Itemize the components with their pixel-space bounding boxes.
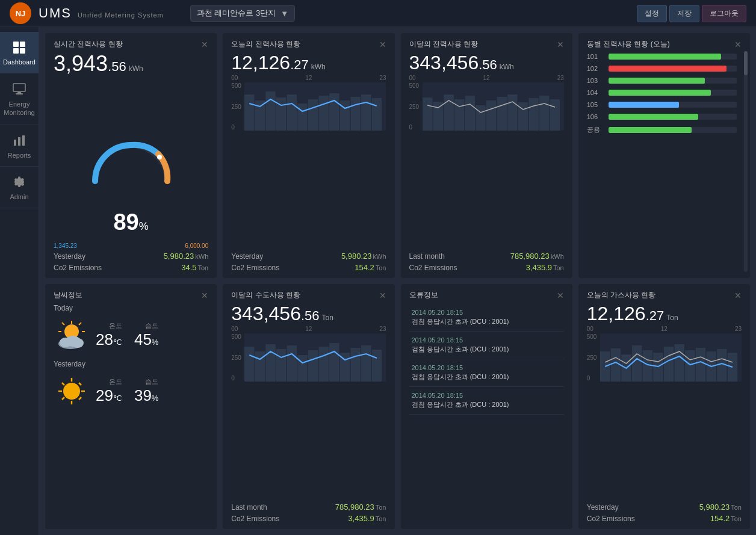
svg-rect-34	[507, 94, 517, 131]
gas-yesterday-row: Yesterday 5,980.23Ton	[587, 503, 742, 512]
card-building-title: 동별 전력사용 현황 (오늘)	[587, 39, 670, 49]
building-row-105: 105	[587, 101, 737, 108]
card-today-close[interactable]: ✕	[379, 40, 386, 49]
svg-rect-27	[433, 102, 442, 131]
building-row-106: 106	[587, 113, 737, 120]
building-bar-fill-103	[609, 78, 705, 84]
today-yesterday-unit: kWh	[373, 253, 386, 260]
app-layout: Dashboard EnergyMonitoring Reports	[0, 27, 756, 535]
weather-yesterday-hum-label: 습도	[145, 377, 158, 386]
gauge-value-display: 89%	[113, 209, 148, 235]
card-gas-close[interactable]: ✕	[734, 291, 742, 300]
svg-rect-81	[674, 344, 684, 382]
realtime-yesterday-row: Yesterday 5,980.23kWh	[54, 252, 208, 261]
svg-rect-29	[454, 99, 463, 131]
sidebar-item-energy[interactable]: EnergyMonitoring	[0, 73, 39, 125]
gauge-pct-value: 89	[113, 209, 138, 235]
ums-subtitle: Unified Metering System	[78, 11, 164, 19]
realtime-co2-label: Co2 Emissions	[54, 264, 102, 272]
sidebar-item-admin[interactable]: Admin	[0, 167, 39, 208]
card-building-close[interactable]: ✕	[734, 40, 742, 49]
building-bar-list: 101 102 103	[587, 53, 742, 272]
card-weather-close[interactable]: ✕	[201, 291, 208, 300]
monthly-co2-label: Co2 Emissions	[409, 264, 457, 272]
monthly-chart: 001223 500 250 0	[409, 75, 564, 249]
card-water-title: 이달의 수도사용 현황	[231, 290, 300, 300]
card-realtime-close[interactable]: ✕	[201, 40, 208, 49]
card-errors-header: 오류정보 ✕	[409, 290, 564, 300]
card-water-close[interactable]: ✕	[379, 291, 386, 300]
svg-rect-64	[287, 345, 297, 382]
sidebar-item-dashboard[interactable]: Dashboard	[0, 32, 39, 73]
gas-co2-value: 154.2	[710, 514, 730, 523]
sidebar-label-reports: Reports	[8, 152, 31, 159]
realtime-unit: kWh	[129, 64, 143, 73]
card-errors-close[interactable]: ✕	[557, 291, 564, 300]
card-today-title: 오늘의 전력사용 현황	[231, 39, 300, 49]
svg-rect-37	[539, 96, 549, 131]
error-item-1: 2014.05.20 18:15 검침 응답시간 초과 (DCU : 2001)	[409, 304, 564, 332]
settings-button[interactable]: 설정	[637, 5, 667, 22]
svg-rect-68	[329, 343, 339, 382]
realtime-yesterday-label: Yesterday	[54, 252, 85, 261]
realtime-value: 3,943.56	[54, 53, 126, 75]
gas-co2-row: Co2 Emissions 154.2Ton	[587, 514, 742, 523]
monthly-lastmonth-value: 785,980.23	[510, 252, 550, 261]
svg-rect-12	[244, 94, 254, 131]
weather-today-hum-col: 습도 45%	[134, 321, 158, 349]
weather-today-stats: 온도 28℃ 습도 45%	[96, 321, 158, 349]
svg-line-56	[79, 383, 81, 385]
sidebar-item-reports[interactable]: Reports	[0, 125, 39, 167]
svg-rect-66	[308, 350, 318, 382]
monthly-chart-svg	[423, 82, 564, 131]
monthly-value: 343,456.56	[409, 53, 497, 72]
svg-rect-75	[610, 348, 620, 382]
svg-rect-24	[372, 98, 382, 131]
card-monthly-power: 이달의 전력사용 현황 ✕ 343,456.56 kWh 001223 500 …	[401, 33, 572, 278]
svg-rect-9	[22, 135, 25, 146]
gas-chart-svg	[600, 333, 742, 382]
water-co2-label: Co2 Emissions	[231, 515, 279, 523]
svg-rect-80	[664, 347, 674, 382]
card-realtime-header: 실시간 전력사용 현황 ✕	[54, 39, 208, 49]
svg-rect-8	[18, 137, 20, 146]
building-bar-fill-105	[609, 102, 679, 108]
site-selector[interactable]: 과천 레미안슈르 3단지 ▼	[190, 5, 295, 22]
sidebar: Dashboard EnergyMonitoring Reports	[0, 27, 39, 535]
gas-yesterday-unit: Ton	[731, 504, 742, 511]
card-errors: 오류정보 ✕ 2014.05.20 18:15 검침 응답시간 초과 (DCU …	[401, 284, 572, 529]
save-button[interactable]: 저장	[669, 5, 699, 22]
error-msg-3: 검침 응답시간 초과 (DCU : 2001)	[412, 373, 562, 382]
error-list[interactable]: 2014.05.20 18:15 검침 응답시간 초과 (DCU : 2001)…	[409, 304, 564, 523]
error-msg-2: 검침 응답시간 초과 (DCU : 2001)	[412, 345, 562, 354]
svg-rect-71	[361, 345, 371, 382]
today-yesterday-value: 5,980.23	[341, 252, 372, 261]
logout-button[interactable]: 로그아웃	[702, 5, 746, 22]
svg-rect-63	[276, 349, 286, 382]
building-row-104: 104	[587, 89, 737, 96]
svg-rect-82	[685, 350, 695, 382]
svg-rect-3	[20, 48, 25, 54]
monthly-lastmonth-unit: kWh	[551, 253, 564, 260]
svg-rect-22	[351, 97, 361, 131]
weather-yesterday-row: 온도 29℃ 습도 39%	[54, 374, 208, 407]
sidebar-label-energy: EnergyMonitoring	[4, 100, 34, 117]
svg-line-57	[62, 397, 64, 400]
realtime-number-row: 3,943.56 kWh	[54, 53, 208, 75]
weather-section: Today	[54, 304, 208, 523]
monthly-co2-value: 3,435.9	[526, 263, 552, 272]
water-lastmonth-row: Last month 785,980.23Ton	[231, 503, 386, 512]
card-building-header: 동별 전력사용 현황 (오늘) ✕	[587, 39, 742, 49]
partly-cloudy-icon	[54, 318, 90, 351]
svg-rect-28	[444, 94, 453, 131]
svg-line-58	[79, 397, 81, 400]
today-chart-svg	[244, 82, 386, 131]
gas-value: 12,126.27	[587, 304, 664, 323]
monthly-co2-unit: Ton	[553, 264, 564, 271]
svg-line-44	[62, 323, 64, 325]
today-chart: 001223 500 250 0	[231, 75, 386, 249]
svg-rect-14	[266, 91, 276, 131]
today-co2-row: Co2 Emissions 154.2Ton	[231, 263, 386, 272]
building-bar-track-105	[609, 102, 737, 108]
card-monthly-close[interactable]: ✕	[557, 40, 564, 49]
